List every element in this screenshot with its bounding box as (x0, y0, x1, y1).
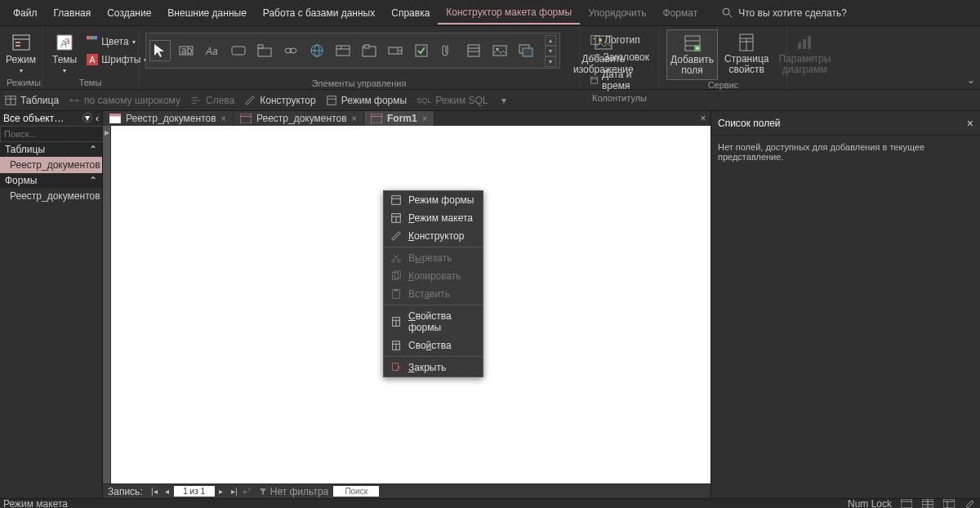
chevron-down-icon: ▾ (63, 67, 66, 74)
form-icon (390, 194, 402, 206)
attachment-control[interactable] (437, 40, 458, 61)
menu-separator (384, 356, 483, 357)
copy-icon (390, 270, 402, 282)
tab-control[interactable] (254, 40, 275, 61)
label-control[interactable]: Aa (202, 40, 223, 61)
menu-form-layout[interactable]: Конструктор макета формы (438, 2, 580, 25)
menu-help[interactable]: Справка (383, 2, 438, 24)
view-layout-button[interactable] (942, 499, 956, 509)
add-fields-button[interactable]: Добавить поля (666, 29, 718, 80)
menu-create[interactable]: Создание (99, 2, 159, 24)
themes-button[interactable]: Aa Темы ▾ (49, 29, 80, 78)
filter-indicator[interactable]: Нет фильтра (254, 486, 334, 497)
close-icon[interactable]: × (967, 117, 973, 130)
first-record-button[interactable]: |◂ (148, 487, 161, 496)
subform-control[interactable] (515, 40, 537, 61)
svg-rect-39 (523, 48, 532, 56)
doc-tab-2[interactable]: Реестр_документов× (234, 111, 364, 126)
prop-icon (390, 340, 402, 351)
menu-file[interactable]: Файл (5, 2, 46, 24)
tables-header[interactable]: Таблицы⌃ (0, 142, 102, 157)
field-list-pane: Список полей × Нет полей, доступных для … (710, 111, 980, 498)
chevron-up-icon: ⌃ (89, 144, 97, 155)
sqlview-button[interactable]: SQLРежим SQL (416, 95, 488, 106)
gallery-scroll[interactable]: ▴▾▾ (545, 35, 556, 67)
group-control[interactable] (359, 40, 380, 61)
more-button[interactable]: ▾ (501, 95, 506, 106)
table-button[interactable]: Таблица (5, 95, 59, 106)
menu-home[interactable]: Главная (46, 2, 100, 24)
next-record-button[interactable]: ▸ (215, 487, 228, 496)
prop-sheet-button[interactable]: Страница свойств (721, 29, 772, 78)
menu-copy: Копировать (384, 267, 483, 285)
menu-arrange[interactable]: Упорядочить (580, 2, 654, 24)
last-record-button[interactable]: ▸| (228, 487, 241, 496)
nav-item-form[interactable]: Реестр_документов (0, 188, 102, 204)
title-icon (590, 51, 600, 63)
menu-close[interactable]: Закрыть (384, 359, 483, 377)
chart-params-button[interactable]: Параметры диаграмм (775, 29, 834, 78)
menu-external[interactable]: Внешние данные (159, 2, 255, 24)
nav-control[interactable] (332, 40, 354, 61)
formview-button[interactable]: Режим формы (326, 95, 407, 106)
pointer-control[interactable] (149, 40, 171, 61)
record-counter[interactable]: 1 из 1 (174, 486, 215, 497)
menu-form-props[interactable]: Свойства формы (384, 307, 483, 336)
close-all-tabs[interactable]: × (696, 111, 710, 126)
left-button[interactable]: Слева (190, 95, 234, 106)
combo-control[interactable] (385, 40, 406, 61)
prev-record-button[interactable]: ◂ (161, 487, 174, 496)
controls-gallery[interactable]: ab Aa ▴▾▾ (145, 33, 560, 69)
align-left-icon (190, 95, 202, 106)
logo-button[interactable]: Логотип (586, 33, 653, 47)
link-control[interactable] (280, 40, 301, 61)
datetime-button[interactable]: Дата и время (586, 67, 653, 93)
menu-props[interactable]: Свойства (384, 336, 483, 354)
dropdown-icon[interactable]: ▾ (82, 113, 92, 123)
tabstrip: Реестр_документов× Реестр_документов× Fo… (103, 111, 710, 126)
chevron-up-icon: ⌃ (89, 175, 97, 186)
menu-dbtools[interactable]: Работа с базами данных (255, 2, 383, 24)
menu-separator (384, 305, 483, 305)
doc-tab-3[interactable]: Form1× (364, 111, 434, 126)
chart-icon (795, 33, 814, 52)
collapse-ribbon-button[interactable]: ⌄ (967, 74, 975, 86)
tellme-search[interactable]: Что вы хотите сделать? (722, 7, 847, 19)
new-record-button[interactable]: ▸* (241, 487, 254, 496)
navigation-pane: Все объект… ▾‹ Таблицы⌃ Реестр_документо… (0, 111, 103, 498)
navpane-header[interactable]: Все объект… ▾‹ (0, 111, 102, 126)
checkbox-control[interactable] (411, 40, 432, 61)
forms-header[interactable]: Формы⌃ (0, 173, 102, 188)
menu-form-view[interactable]: Режим формы (384, 191, 483, 209)
form-icon (11, 33, 31, 52)
prop-icon (390, 316, 402, 328)
close-icon[interactable]: × (221, 114, 226, 123)
view-design-button[interactable] (964, 499, 977, 509)
web-control[interactable] (306, 40, 327, 61)
menu-design-view[interactable]: Конструктор (384, 227, 483, 245)
button-control[interactable] (228, 40, 249, 61)
close-icon[interactable]: × (352, 114, 357, 123)
menu-format[interactable]: Формат (655, 2, 706, 24)
close-icon[interactable]: × (422, 114, 427, 123)
doc-tab-1[interactable]: Реестр_документов× (103, 111, 234, 126)
recnav-search[interactable]: Поиск (333, 486, 379, 497)
title-button[interactable]: Заголовок (586, 50, 653, 65)
svg-rect-29 (364, 45, 369, 48)
image-control[interactable] (489, 40, 510, 61)
status-mode: Режим макета (3, 498, 68, 509)
collapse-nav-icon[interactable]: ‹ (96, 113, 99, 124)
svg-text:A: A (90, 55, 96, 65)
mode-button[interactable]: Режим ▾ (7, 29, 35, 78)
view-datasheet-button[interactable] (921, 499, 934, 509)
textbox-control[interactable]: ab (176, 40, 197, 61)
nav-item-table[interactable]: Реестр_документов (0, 157, 102, 173)
svg-rect-4 (16, 42, 20, 43)
svg-rect-80 (240, 114, 252, 123)
menu-layout-view[interactable]: Режим макета (384, 209, 483, 227)
record-selector[interactable]: ▶ (103, 126, 111, 483)
list-control[interactable] (463, 40, 484, 61)
view-form-button[interactable] (900, 499, 913, 509)
designer-button[interactable]: Конструктор (244, 95, 315, 106)
widest-button[interactable]: по самому широкому (69, 95, 180, 106)
